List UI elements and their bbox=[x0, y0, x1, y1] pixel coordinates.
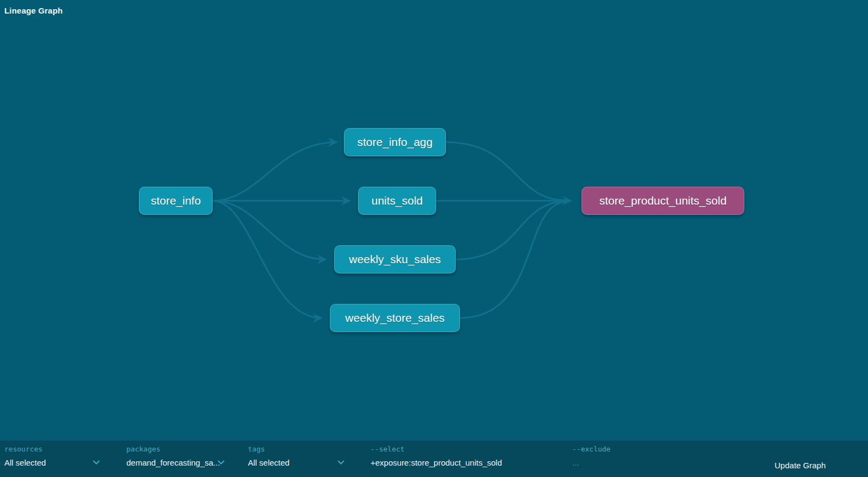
packages-field: packages demand_forecasting_sa... bbox=[126, 445, 225, 467]
packages-label: packages bbox=[126, 445, 225, 453]
edge-store_info-weekly_sku_sales bbox=[213, 201, 326, 259]
packages-dropdown[interactable]: demand_forecasting_sa... bbox=[126, 458, 225, 467]
chevron-down-icon bbox=[218, 460, 225, 465]
edge-store_info-weekly_store_sales bbox=[213, 201, 321, 318]
chevron-down-icon bbox=[93, 460, 100, 465]
lineage-node-store-info[interactable]: store_info bbox=[139, 187, 213, 215]
lineage-node-weekly-store-sales[interactable]: weekly_store_sales bbox=[330, 304, 460, 332]
resources-field: resources All selected bbox=[4, 445, 100, 467]
packages-value: demand_forecasting_sa... bbox=[126, 458, 220, 467]
edge-weekly_store_sales-store_product_units_sold bbox=[460, 202, 565, 318]
resources-label: resources bbox=[4, 445, 100, 453]
update-graph-button[interactable]: Update Graph bbox=[775, 461, 826, 470]
tags-dropdown[interactable]: All selected bbox=[248, 458, 344, 467]
exclude-value: ... bbox=[572, 458, 579, 467]
lineage-node-store-product-units-sold[interactable]: store_product_units_sold bbox=[582, 187, 744, 215]
edge-store_info-store_info_agg bbox=[213, 142, 336, 201]
select-label: --select bbox=[371, 445, 502, 453]
tags-label: tags bbox=[248, 445, 344, 453]
resources-dropdown[interactable]: All selected bbox=[4, 458, 100, 467]
exclude-label: --exclude bbox=[572, 445, 610, 453]
select-field: --select +exposure:store_product_units_s… bbox=[371, 445, 502, 467]
lineage-node-weekly-sku-sales[interactable]: weekly_sku_sales bbox=[334, 245, 456, 274]
resources-value: All selected bbox=[4, 458, 46, 467]
select-value: +exposure:store_product_units_sold bbox=[371, 458, 502, 467]
lineage-node-units-sold[interactable]: units_sold bbox=[358, 187, 436, 215]
select-input[interactable]: +exposure:store_product_units_sold bbox=[371, 458, 502, 467]
graph-filter-toolbar: resources All selected packages demand_f… bbox=[0, 441, 868, 477]
tags-field: tags All selected bbox=[248, 445, 344, 467]
lineage-edges bbox=[0, 0, 868, 477]
exclude-input[interactable]: ... bbox=[572, 458, 610, 467]
chevron-down-icon bbox=[337, 460, 344, 465]
lineage-node-store-info-agg[interactable]: store_info_agg bbox=[344, 128, 446, 156]
tags-value: All selected bbox=[248, 458, 290, 467]
edge-store_info_agg-store_product_units_sold bbox=[446, 142, 565, 200]
lineage-canvas[interactable]: store_info store_info_agg units_sold wee… bbox=[0, 0, 868, 477]
exclude-field: --exclude ... bbox=[572, 445, 610, 467]
